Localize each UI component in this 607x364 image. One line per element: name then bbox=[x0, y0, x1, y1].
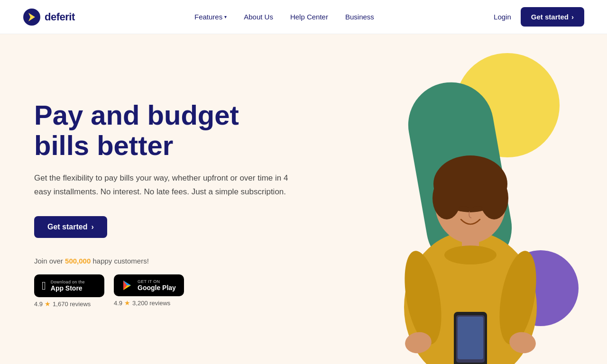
hero-person-image bbox=[380, 80, 561, 364]
google-play-badge-wrap: GET IT ON Google Play 4.9 ★ 3,200 review… bbox=[114, 274, 184, 307]
app-store-badge[interactable]:  Download on the App Store bbox=[34, 274, 104, 297]
get-started-nav-button[interactable]: Get started › bbox=[521, 7, 584, 27]
nav-right: Login Get started › bbox=[494, 7, 584, 27]
hero-content: Pay and budget bills better Get the flex… bbox=[0, 34, 334, 364]
nav-item-about[interactable]: About Us bbox=[244, 13, 273, 21]
logo[interactable]: deferit bbox=[23, 8, 75, 26]
svg-point-12 bbox=[444, 246, 497, 264]
app-store-badge-wrap:  Download on the App Store 4.9 ★ 1,670 … bbox=[34, 274, 104, 308]
svg-point-9 bbox=[432, 177, 461, 219]
star-icon: ★ bbox=[45, 300, 51, 308]
nav-item-features[interactable]: Features ▾ bbox=[194, 13, 227, 21]
get-started-hero-button[interactable]: Get started › bbox=[34, 216, 107, 238]
navbar: deferit Features ▾ About Us Help Center … bbox=[0, 0, 607, 34]
hero-subtext: Get the flexibility to pay bills your wa… bbox=[34, 172, 300, 199]
svg-point-10 bbox=[480, 177, 508, 219]
login-button[interactable]: Login bbox=[494, 13, 511, 21]
nav-item-business[interactable]: Business bbox=[345, 13, 374, 21]
store-badges:  Download on the App Store 4.9 ★ 1,670 … bbox=[34, 274, 311, 308]
star-icon-google: ★ bbox=[124, 299, 130, 307]
arrow-icon: › bbox=[571, 13, 574, 21]
svg-rect-19 bbox=[458, 317, 483, 359]
apple-icon:  bbox=[42, 279, 46, 292]
hero-heading: Pay and budget bills better bbox=[34, 100, 311, 161]
logo-text: deferit bbox=[45, 11, 75, 23]
google-play-badge[interactable]: GET IT ON Google Play bbox=[114, 274, 184, 296]
logo-icon bbox=[23, 8, 41, 26]
nav-links: Features ▾ About Us Help Center Business bbox=[194, 13, 374, 21]
hero-section: Pay and budget bills better Get the flex… bbox=[0, 34, 607, 364]
app-store-rating: 4.9 ★ 1,670 reviews bbox=[34, 300, 91, 308]
social-proof-text: Join over 500,000 happy customers! bbox=[34, 257, 311, 265]
google-play-rating: 4.9 ★ 3,200 reviews bbox=[114, 299, 170, 307]
chevron-down-icon: ▾ bbox=[224, 14, 227, 19]
google-play-icon bbox=[121, 280, 133, 291]
cta-arrow-icon: › bbox=[91, 223, 93, 231]
hero-image-area bbox=[334, 34, 607, 364]
nav-item-help[interactable]: Help Center bbox=[290, 13, 328, 21]
